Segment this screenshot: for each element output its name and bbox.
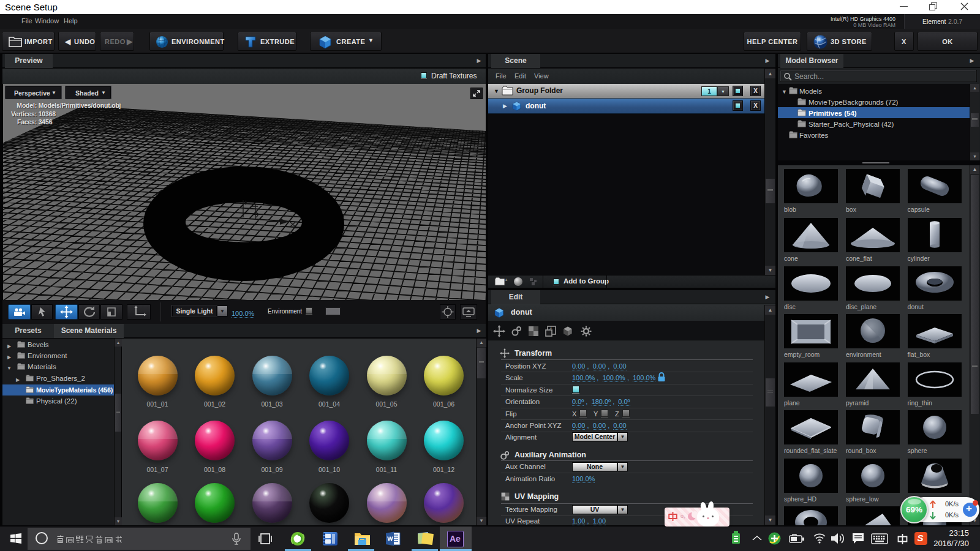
svg-text:↗: ↗ [549, 326, 552, 331]
svg-text:+: + [505, 277, 508, 283]
